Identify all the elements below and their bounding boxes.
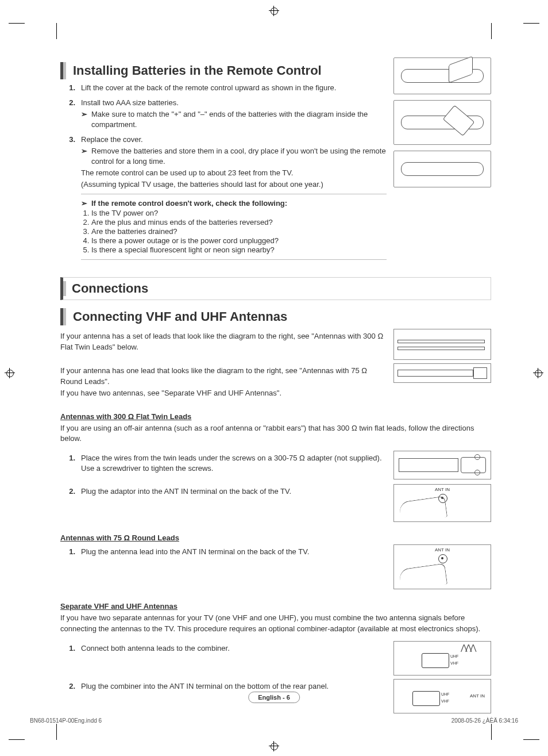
twin-lead-illustration [393, 329, 491, 360]
step-number: 3. [60, 135, 81, 190]
trouble-list: Is the TV power on? Are the plus and min… [91, 209, 387, 254]
page-number: English - 6 [248, 692, 300, 703]
steps-list: 1. Connect both antenna leads to the com… [60, 643, 387, 654]
trouble-item: Is the TV power on? [91, 209, 387, 217]
footer-filename: BN68-01514P-00Eng.indd 6 [30, 717, 102, 724]
step-number: 2. [60, 486, 81, 497]
registration-mark-icon [5, 368, 15, 378]
ant-in-label: ANT IN [394, 547, 491, 552]
step-number: 1. [60, 83, 81, 93]
trouble-item: Is there a power outage or is the power … [91, 236, 387, 245]
trouble-title: If the remote control doesn't work, chec… [91, 199, 287, 208]
round-lead-illustration [393, 363, 491, 383]
step-text: Replace the cover. [81, 135, 143, 144]
section-title: Connections [63, 281, 485, 296]
print-footer: BN68-01514P-00Eng.indd 6 2008-05-26 ¿ÀÈÄ… [30, 717, 518, 724]
crop-mark [56, 724, 57, 740]
step-text: Use a screwdriver to tighten the screws. [81, 463, 387, 474]
vhf-label: VHF [450, 661, 458, 665]
section-heading-batteries: Installing Batteries in the Remote Contr… [60, 62, 387, 79]
ant-in-plug-illustration: ANT IN [393, 484, 491, 522]
registration-mark-icon [269, 6, 279, 16]
section-heading-antennas: Connecting VHF and UHF Antennas [60, 308, 491, 325]
paragraph: If your antenna has one lead that looks … [60, 366, 387, 386]
note-arrow-icon: ➢ [81, 199, 91, 208]
step-text: Plug the combiner into the ANT IN termin… [81, 681, 387, 692]
step-text: Plug the antenna lead into the ANT IN te… [81, 547, 387, 557]
step-text: Plug the adaptor into the ANT IN termina… [81, 486, 387, 497]
ant-in-label: ANT IN [470, 693, 485, 699]
remote-batteries-illustration [393, 100, 491, 145]
crop-mark [491, 23, 492, 39]
remote-cover-illustration [393, 57, 491, 94]
note-arrow-icon: ➢ [81, 146, 91, 167]
sub-text: (Assuming typical TV usage, the batterie… [81, 179, 387, 190]
subheading: Antennas with 75 Ω Round Leads [60, 534, 491, 542]
step-text: Connect both antenna leads to the combin… [81, 643, 387, 654]
trouble-item: Is there a special fluorescent light or … [91, 245, 387, 254]
subheading: Separate VHF and UHF Antennas [60, 602, 491, 611]
subheading: Antennas with 300 Ω Flat Twin Leads [60, 412, 491, 421]
section-title: Connecting VHF and UHF Antennas [73, 308, 287, 325]
note-text: Make sure to match the "+" and "–" ends … [91, 109, 387, 130]
steps-list: 2. Plug the adaptor into the ANT IN term… [60, 486, 387, 497]
combiner-illustration: ⋀⋀⋀ UHF VHF [393, 641, 491, 676]
ant-in-plug-illustration: ANT IN [393, 544, 491, 589]
combiner-antin-illustration: UHF VHF ANT IN [393, 679, 491, 713]
registration-mark-icon [269, 741, 279, 751]
paragraph: If your antenna has a set of leads that … [60, 331, 387, 352]
uhf-label: UHF [441, 692, 449, 696]
step-text: Lift the cover at the back of the remote… [81, 83, 387, 93]
note-arrow-icon: ➢ [81, 109, 91, 130]
paragraph: If you have two antennas, see "Separate … [60, 388, 387, 398]
step-text: Install two AAA size batteries. [81, 98, 179, 107]
section-heading-connections: Connections [60, 277, 491, 300]
steps-list: 1. Lift the cover at the back of the rem… [60, 83, 387, 189]
vhf-label: VHF [441, 699, 449, 703]
step-number: 2. [60, 681, 81, 692]
step-number: 1. [60, 643, 81, 654]
paragraph: If you have two separate antennas for yo… [60, 613, 491, 634]
steps-list: 1. Plug the antenna lead into the ANT IN… [60, 547, 387, 557]
ant-in-label: ANT IN [394, 487, 491, 492]
note-text: Remove the batteries and store them in a… [91, 146, 387, 167]
section-title: Installing Batteries in the Remote Contr… [73, 62, 322, 79]
footer-timestamp: 2008-05-26 ¿ÀÈÄ 6:34:16 [451, 717, 518, 724]
crop-mark [9, 23, 25, 24]
sub-text: The remote control can be used up to abo… [81, 168, 387, 178]
step-text: Place the wires from the twin leads unde… [81, 453, 387, 463]
steps-list: 2. Plug the combiner into the ANT IN ter… [60, 681, 387, 692]
step-number: 2. [60, 98, 81, 130]
remote-closed-illustration [393, 151, 491, 187]
steps-list: 1. Place the wires from the twin leads u… [60, 453, 387, 474]
troubleshoot-box: ➢ If the remote control doesn't work, ch… [81, 194, 387, 260]
crop-mark [9, 739, 25, 740]
crop-mark [523, 739, 539, 740]
uhf-label: UHF [450, 654, 458, 658]
adapter-illustration [393, 451, 491, 479]
step-number: 1. [60, 547, 81, 557]
step-number: 1. [60, 453, 81, 474]
trouble-item: Are the batteries drained? [91, 227, 387, 236]
crop-mark [491, 724, 492, 740]
crop-mark [523, 23, 539, 24]
registration-mark-icon [533, 368, 543, 378]
paragraph: If you are using an off-air antenna (suc… [60, 423, 491, 444]
crop-mark [56, 23, 57, 39]
trouble-item: Are the plus and minus ends of the batte… [91, 218, 387, 227]
